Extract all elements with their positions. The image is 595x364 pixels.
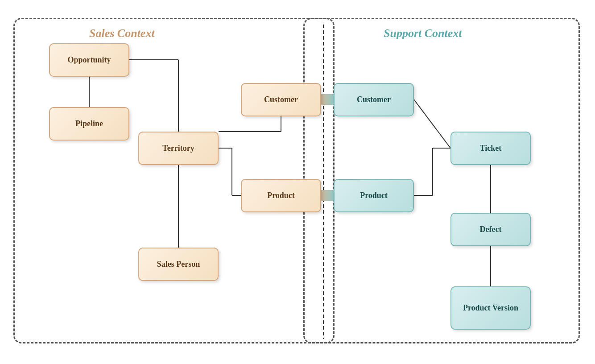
support-product-node: Product — [334, 179, 414, 212]
customer-bridge — [320, 94, 335, 105]
sales-customer-node: Customer — [241, 83, 321, 116]
diagram-container: Sales Context Support Context Op — [0, 0, 595, 364]
support-context-label: Support Context — [384, 27, 462, 40]
product-bridge — [320, 190, 335, 201]
support-customer-node: Customer — [334, 83, 414, 116]
sales-person-node: Sales Person — [138, 248, 219, 281]
sales-product-node: Product — [241, 179, 321, 212]
sales-context-label: Sales Context — [89, 27, 155, 40]
product-version-node: Product Version — [450, 286, 531, 330]
pipeline-node: Pipeline — [49, 107, 129, 141]
opportunity-node: Opportunity — [49, 43, 129, 77]
defect-node: Defect — [450, 213, 531, 246]
territory-node: Territory — [138, 132, 219, 165]
ticket-node: Ticket — [450, 132, 531, 165]
